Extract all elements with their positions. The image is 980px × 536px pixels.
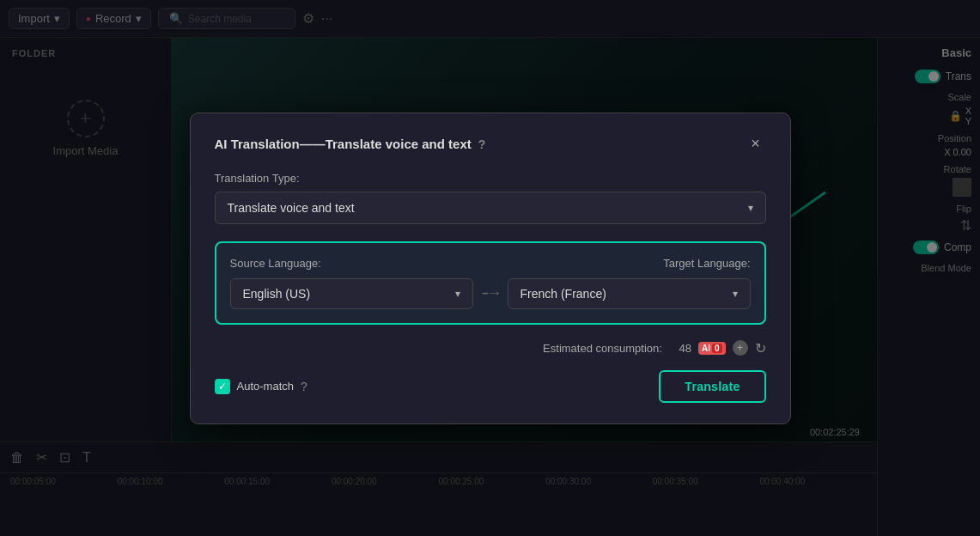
modal-close-button[interactable]: × <box>746 134 766 155</box>
source-language-value: English (US) <box>243 287 311 301</box>
auto-match-row: ✓ Auto-match ? <box>215 379 307 394</box>
target-language-value: French (France) <box>520 287 606 301</box>
modal-header: AI Translation——Translate voice and text… <box>215 134 766 155</box>
auto-match-checkbox[interactable]: ✓ <box>215 379 230 394</box>
translation-type-chevron: ▾ <box>748 202 753 214</box>
auto-match-label: Auto-match <box>237 380 294 393</box>
source-language-dropdown[interactable]: English (US) ▾ <box>230 278 473 309</box>
target-language-label: Target Language: <box>663 257 750 270</box>
consumption-value: 48 <box>679 342 691 355</box>
modal-title-text: AI Translation——Translate voice and text <box>215 137 472 151</box>
ai-translation-modal: AI Translation——Translate voice and text… <box>190 113 791 424</box>
source-lang-chevron: ▾ <box>455 288 460 300</box>
language-arrow-separator: - - → <box>473 284 508 302</box>
ai-badge: AI 0 <box>698 342 726 355</box>
modal-title-row: AI Translation——Translate voice and text… <box>215 137 486 151</box>
ai-text: AI <box>702 344 710 353</box>
translation-type-label: Translation Type: <box>215 172 766 185</box>
consumption-text: Estimated consumption: <box>543 342 662 355</box>
modal-overlay: AI Translation——Translate voice and text… <box>0 0 980 536</box>
source-language-label: Source Language: <box>230 257 321 270</box>
target-lang-chevron: ▾ <box>733 288 738 300</box>
ai-count: 0 <box>712 344 722 353</box>
translation-type-value: Translate voice and text <box>228 201 355 215</box>
language-labels-row: Source Language: Target Language: <box>230 257 751 270</box>
refresh-icon[interactable]: ↻ <box>755 340 766 356</box>
translate-button[interactable]: Translate <box>659 370 765 403</box>
language-dropdowns-row: English (US) ▾ - - → French (France) ▾ <box>230 278 751 309</box>
auto-match-help-icon[interactable]: ? <box>301 380 307 393</box>
target-language-dropdown[interactable]: French (France) ▾ <box>508 278 751 309</box>
language-section: Source Language: Target Language: Englis… <box>215 241 766 325</box>
modal-bottom-row: ✓ Auto-match ? Translate <box>215 370 766 403</box>
modal-help-icon[interactable]: ? <box>478 137 486 151</box>
translation-type-dropdown[interactable]: Translate voice and text ▾ <box>215 192 766 224</box>
consumption-label: Estimated consumption: 48 <box>543 342 691 355</box>
add-credits-icon[interactable]: + <box>733 340 748 356</box>
